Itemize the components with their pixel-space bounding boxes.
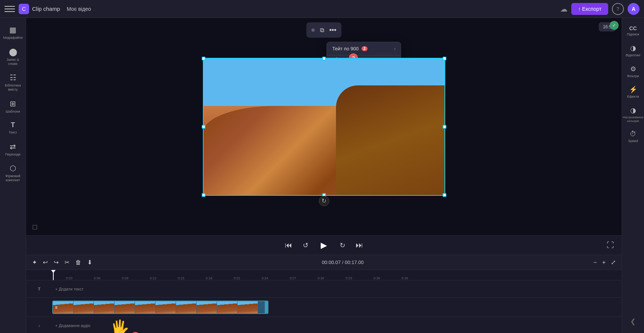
play-button[interactable]: ▶ — [317, 239, 331, 252]
ruler-mark-10: 0:33 — [335, 276, 363, 280]
sidebar-item-brand-kit[interactable]: ⬡ Фірмовийкомплект — [2, 161, 24, 185]
redo-button[interactable]: ↪ — [52, 257, 60, 267]
sidebar-item-text[interactable]: T Текст — [2, 118, 24, 138]
sidebar-label-record: Запис &create — [7, 58, 19, 66]
clip-thumbnails — [53, 301, 258, 313]
topbar: C Clip champ Моє відео ☁ ↑ Експорт ? A — [0, 0, 644, 18]
fit-button[interactable]: ⤢ — [609, 257, 617, 267]
check-mark: ✓ — [610, 21, 619, 30]
timeline-ruler: 0:03 0:06 0:09 0:12 0:15 0:18 0:21 0:24 … — [26, 270, 622, 280]
video-frame — [203, 58, 445, 196]
delete-button[interactable]: 🗑 — [74, 258, 83, 267]
crop-button[interactable]: ⌗ — [310, 25, 316, 35]
right-label-speed: Speed — [628, 139, 638, 143]
app-logo: C Clip champ — [19, 4, 60, 14]
clip-thumb-5 — [155, 301, 176, 314]
logo-icon: C — [19, 4, 29, 14]
sidebar-label-mediafiles: Медіафайли — [3, 36, 22, 40]
pip-button[interactable]: ⧉ — [318, 25, 326, 35]
add-text-button[interactable]: + Додати текст — [52, 285, 87, 293]
skip-forward-button[interactable]: ⏭ — [354, 239, 365, 251]
add-clip-button[interactable]: ✦ — [31, 257, 38, 267]
fullscreen-button[interactable]: ⛶ — [605, 239, 616, 251]
my-video-nav[interactable]: Моє відео — [64, 4, 94, 13]
sidebar-item-content-library[interactable]: ☷ Бібліотекавмісту — [2, 70, 24, 95]
video-track-row: ⏸ 🖐 1 — [26, 298, 622, 317]
right-item-subtitle[interactable]: CC Підписи — [623, 22, 643, 40]
sidebar-label-templates: Шаблони — [6, 110, 20, 114]
right-label-filters: Фільтри — [627, 74, 639, 78]
content-library-icon: ☷ — [10, 73, 16, 82]
right-label-video-adj: Відеотині — [626, 53, 640, 57]
timeline-area: ✦ ↩ ↪ ✂ 🗑 ⬇ 00:00.07 / 00:17.00 − + ⤢ ✓ — [26, 255, 622, 333]
transitions-icon: ⇄ — [10, 142, 16, 151]
subtitle-icon: CC — [629, 25, 637, 31]
text-track-content: + Додати текст — [52, 280, 622, 297]
context-menu-item-fade[interactable]: Тейт по 900 2 › — [327, 42, 401, 55]
ruler-mark-1: 0:06 — [83, 276, 111, 280]
right-item-video-adj[interactable]: ◑ Відеотині — [623, 41, 643, 60]
zoom-out-button[interactable]: − — [592, 258, 598, 267]
clip-end-handle[interactable] — [265, 301, 268, 313]
color-adj-icon: ◑ — [630, 106, 636, 114]
sidebar-item-transitions[interactable]: ⇄ Переходи — [2, 139, 24, 160]
timeline-tracks: T + Додати текст — [26, 280, 622, 333]
right-item-color-adj[interactable]: ◑ Настроюваннякольорів — [623, 103, 643, 126]
add-audio-button[interactable]: + Додавання аудіо — [52, 322, 94, 329]
playhead[interactable] — [53, 270, 54, 280]
time-separator: / — [342, 260, 345, 265]
app-title: Clip champ — [32, 6, 60, 12]
playhead-triangle — [51, 270, 56, 273]
undo-button[interactable]: ↩ — [41, 257, 49, 267]
text-track-label: T — [26, 287, 52, 291]
video-toolbar: ⌗ ⧉ ••• Тейт по 900 2 › ⧉ — [306, 22, 342, 38]
sidebar-item-templates[interactable]: ⊞ Шаблони — [2, 96, 24, 117]
right-label-effects: Ефекти — [627, 95, 639, 99]
video-adj-icon: ◑ — [630, 44, 636, 52]
audio-track-label: ♪ — [26, 323, 52, 328]
ruler-mark-8: 0:27 — [279, 276, 307, 280]
speed-icon: ⏱ — [630, 130, 637, 138]
avatar[interactable]: A — [628, 3, 640, 15]
video-track-content[interactable]: ⏸ 🖐 1 — [52, 298, 622, 317]
right-label-color-adj: Настроюваннякольорів — [623, 116, 643, 123]
zoom-in-button[interactable]: + — [601, 258, 607, 267]
ruler-mark-12: 0:39 — [391, 276, 419, 280]
skip-back-button[interactable]: ⏮ — [283, 239, 294, 251]
current-time: 00:00.07 — [322, 260, 341, 265]
clip-thumb-1 — [73, 301, 94, 314]
right-item-effects[interactable]: ⚡ Ефекти — [623, 82, 643, 102]
ruler-mark-2: 0:09 — [111, 276, 139, 280]
video-clip[interactable]: ⏸ — [52, 301, 268, 314]
cloud-icon[interactable]: ☁ — [560, 4, 568, 13]
ruler-mark-3: 0:12 — [139, 276, 167, 280]
export-button[interactable]: ↑ Експорт — [571, 3, 608, 15]
hamburger-menu[interactable] — [4, 4, 15, 14]
video-preview: 16:9 ◻ ⌗ ⧉ ••• Тейт по 900 2 › — [26, 18, 622, 235]
effects-icon: ⚡ — [629, 85, 637, 94]
save-frame-button[interactable]: ⬇ — [86, 257, 94, 267]
help-button[interactable]: ? — [612, 3, 624, 15]
brand-kit-icon: ⬡ — [10, 164, 16, 173]
main-layout: ▦ Медіафайли ⬤ Запис &create ☷ Бібліотек… — [0, 18, 644, 333]
text-track-row: T + Додати текст — [26, 280, 622, 298]
clip-thumb-8 — [217, 301, 238, 314]
total-time: 00:17.00 — [345, 260, 364, 265]
rewind-button[interactable]: ↺ — [301, 240, 310, 251]
sidebar-item-mediafiles[interactable]: ▦ Медіафайли — [2, 22, 24, 43]
sidebar-item-record[interactable]: ⬤ Запис &create — [2, 44, 24, 69]
right-collapse-button[interactable]: ❮ — [627, 314, 639, 329]
mediafiles-icon: ▦ — [9, 25, 16, 34]
filters-icon: ⚙ — [630, 65, 636, 73]
ruler-mark-7: 0:24 — [251, 276, 279, 280]
forward-button[interactable]: ↻ — [338, 240, 347, 251]
cut-button[interactable]: ✂ — [63, 257, 71, 267]
audio-track-icon: ♪ — [38, 323, 40, 328]
ruler-mark-4: 0:15 — [167, 276, 195, 280]
sidebar-label-brand-kit: Фірмовийкомплект — [6, 174, 21, 182]
fade-badge: 2 — [362, 46, 368, 51]
right-item-speed[interactable]: ⏱ Speed — [623, 127, 643, 146]
right-item-filters[interactable]: ⚙ Фільтри — [623, 62, 643, 81]
rotate-handle[interactable]: ↻ — [319, 196, 329, 206]
more-options-button[interactable]: ••• — [328, 25, 338, 35]
